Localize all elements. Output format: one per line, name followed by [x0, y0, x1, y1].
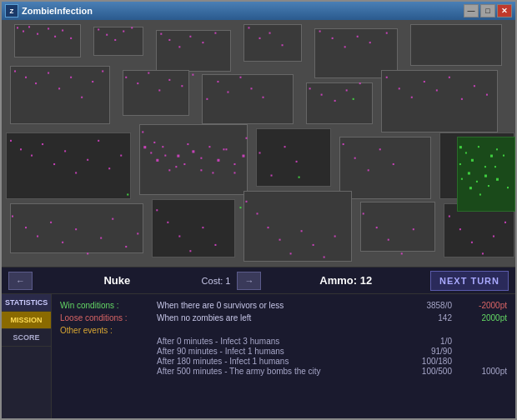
close-button[interactable]: ✕: [497, 4, 512, 18]
event-3-score: 1000pt: [457, 367, 507, 376]
event-row-0: After 0 minutes - Infect 3 humans 1/0: [157, 337, 507, 346]
event-3-desc: After 500 minutes - The army bombs the c…: [157, 367, 380, 376]
game-map[interactable]: [2, 20, 515, 267]
win-conditions-desc: When there are 0 survivors or less: [157, 301, 380, 310]
tab-statistics[interactable]: STATISTICS: [2, 294, 51, 312]
main-window: Z ZombieInfection — □ ✕: [0, 0, 517, 420]
sidebar-nav: STATISTICS MISSION SCORE: [2, 294, 52, 418]
win-conditions-row: Win conditions : When there are 0 surviv…: [60, 301, 507, 310]
minimize-button[interactable]: —: [464, 4, 479, 18]
cost-label: Cost: 1: [202, 276, 231, 286]
event-1-value: 91/90: [385, 347, 452, 356]
info-panel: Win conditions : When there are 0 surviv…: [52, 294, 515, 418]
event-2-value: 100/180: [385, 357, 452, 366]
loose-conditions-label: Loose conditions :: [60, 313, 152, 322]
loose-conditions-row: Loose conditions : When no zombies are l…: [60, 313, 507, 322]
weapon-name: Nuke: [39, 274, 195, 287]
window-controls: — □ ✕: [464, 4, 512, 18]
action-bar: ← Nuke Cost: 1 → Ammo: 12 NEXT TURN: [2, 267, 515, 293]
prev-weapon-button[interactable]: ←: [8, 272, 33, 290]
titlebar: Z ZombieInfection — □ ✕: [2, 2, 515, 20]
tab-score[interactable]: SCORE: [2, 329, 51, 347]
other-events-list: After 0 minutes - Infect 3 humans 1/0 Af…: [157, 337, 507, 376]
maximize-button[interactable]: □: [480, 4, 495, 18]
event-row-3: After 500 minutes - The army bombs the c…: [157, 367, 507, 376]
other-events-label: Other events :: [60, 326, 152, 335]
event-2-score: [457, 357, 507, 366]
app-icon: Z: [5, 4, 18, 18]
event-row-2: After 180 minutes - Infect 1 humans 100/…: [157, 357, 507, 366]
event-1-desc: After 90 minutes - Infect 1 humans: [157, 347, 380, 356]
event-0-desc: After 0 minutes - Infect 3 humans: [157, 337, 380, 346]
event-2-desc: After 180 minutes - Infect 1 humans: [157, 357, 380, 366]
loose-conditions-value: 142: [385, 313, 452, 322]
event-row-1: After 90 minutes - Infect 1 humans 91/90: [157, 347, 507, 356]
win-conditions-value: 3858/0: [385, 301, 452, 310]
svg-rect-124: [401, 252, 403, 254]
tab-mission[interactable]: MISSION: [2, 312, 51, 329]
loose-conditions-score: 2000pt: [457, 313, 507, 322]
next-turn-button[interactable]: NEXT TURN: [430, 271, 509, 291]
svg-rect-165: [239, 207, 241, 208]
loose-conditions-desc: When no zombies are left: [157, 313, 380, 322]
event-3-value: 100/500: [385, 367, 452, 376]
event-0-value: 1/0: [385, 337, 452, 346]
ammo-label: Ammo: 12: [268, 274, 424, 287]
bottom-panel: STATISTICS MISSION SCORE Win conditions …: [2, 293, 515, 418]
win-conditions-score: -2000pt: [457, 301, 507, 310]
event-1-score: [457, 347, 507, 356]
win-conditions-label: Win conditions :: [60, 301, 152, 310]
other-events-header: Other events :: [60, 326, 507, 335]
next-weapon-button[interactable]: →: [237, 272, 261, 290]
svg-rect-44: [192, 74, 193, 76]
window-title: ZombieInfection: [22, 6, 464, 16]
event-0-score: [457, 337, 507, 346]
